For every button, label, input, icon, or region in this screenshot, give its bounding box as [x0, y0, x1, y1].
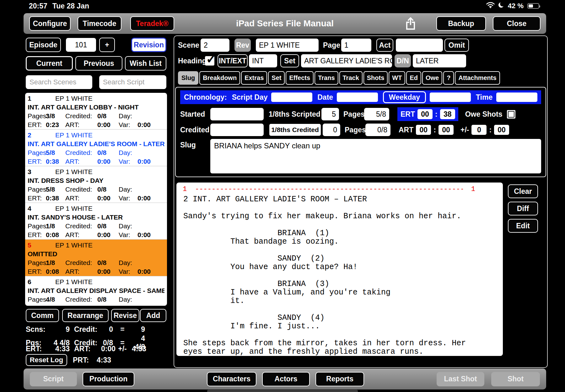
- edit-button[interactable]: Edit: [508, 219, 538, 233]
- rev-button[interactable]: Rev: [234, 39, 251, 52]
- owe-shots-label: Owe Shots: [465, 110, 503, 119]
- omit-button[interactable]: Omit: [444, 39, 469, 52]
- weekday-field[interactable]: [430, 93, 471, 102]
- slug-textarea[interactable]: BRIANA helps SANDY clean up: [210, 139, 541, 173]
- slug-row: Slug BRIANA helps SANDY clean up: [180, 139, 541, 174]
- weekday-button[interactable]: Weekday: [383, 91, 426, 103]
- reports-button[interactable]: Reports: [315, 372, 364, 386]
- configure-button[interactable]: Configure: [29, 16, 71, 31]
- revision-button[interactable]: Revision: [131, 38, 166, 52]
- tab-previous[interactable]: Previous: [75, 56, 122, 71]
- tab-current[interactable]: Current: [26, 56, 73, 71]
- share-export-icon[interactable]: [403, 16, 418, 31]
- int-ext-button[interactable]: INT/EXT: [218, 54, 248, 67]
- tab-trans[interactable]: Trans: [315, 71, 338, 85]
- page-field[interactable]: 1: [341, 39, 371, 52]
- clock-time: 20:57: [29, 2, 47, 10]
- right-panel: Scene 2 Rev EP 1 WHITE Page 1 Act Omit H…: [174, 35, 548, 368]
- home-indicator[interactable]: [207, 390, 358, 392]
- plus-minus-minutes-field[interactable]: 00: [494, 125, 509, 135]
- episode-number-field[interactable]: 101: [66, 38, 96, 52]
- scene-list-item[interactable]: 6EP 1 WHITEINT. ART GALLERY DISPLAY SPAC…: [25, 276, 167, 306]
- teradek-button[interactable]: Teradek®: [130, 16, 174, 31]
- day-night-field[interactable]: LATER: [413, 54, 466, 67]
- script-day-field[interactable]: [271, 93, 312, 102]
- credited-row: Credited 1/8ths Credited 0 Pages 0/8 ART…: [180, 123, 541, 136]
- pages-scripted-field[interactable]: 5/8: [364, 108, 389, 120]
- int-ext-field[interactable]: INT: [249, 54, 277, 67]
- tab-effects[interactable]: Effects: [286, 71, 314, 85]
- episode-field[interactable]: EP 1 WHITE: [256, 39, 319, 52]
- scene-list-item[interactable]: 4EP 1 WHITEINT. SANDY'S HOUSE - LATERPag…: [25, 203, 167, 240]
- art-minutes-field[interactable]: 00: [439, 125, 454, 135]
- battery-icon: [527, 3, 539, 9]
- diff-button[interactable]: Diff: [508, 202, 538, 215]
- episode-button[interactable]: Episode: [26, 38, 61, 52]
- ert-colon: :: [435, 110, 438, 119]
- prt-value: 4:33: [97, 356, 111, 364]
- totals: Scns:9Credit:0=9Pgs:4 4/8Credit:0/8=4 4/…: [26, 325, 145, 354]
- scene-heading: INT. ART GALLERY LOBBY - NIGHT: [28, 103, 164, 112]
- tab-slug[interactable]: Slug: [178, 71, 198, 85]
- revise-button[interactable]: Revise: [111, 309, 139, 322]
- art-hours-field[interactable]: 00: [416, 125, 431, 135]
- plus-minus-hours-field[interactable]: 0: [471, 125, 487, 135]
- clear-button[interactable]: Clear: [508, 184, 538, 198]
- bottom-toolbar: Script Production Characters Actors Repo…: [24, 368, 546, 389]
- tab-wish-list[interactable]: Wish List: [125, 56, 166, 71]
- backup-button[interactable]: Backup: [436, 16, 486, 31]
- tab-breakdown[interactable]: Breakdown: [199, 71, 240, 85]
- scene-list[interactable]: 1EP 1 WHITEINT. ART GALLERY LOBBY - NIGH…: [25, 93, 167, 306]
- timecode-button[interactable]: Timecode: [78, 16, 121, 31]
- actors-button[interactable]: Actors: [262, 372, 310, 386]
- tab-shots[interactable]: Shots: [363, 71, 388, 85]
- ert-hours-field[interactable]: 00: [417, 109, 433, 119]
- close-button[interactable]: Close: [493, 16, 541, 31]
- production-button[interactable]: Production: [83, 372, 134, 386]
- scene-list-item[interactable]: 5EP 1 WHITEOMITTEDPages:1/8Credited:0/8D…: [25, 240, 167, 276]
- search-script-input[interactable]: [99, 75, 166, 89]
- set-button[interactable]: Set: [280, 54, 299, 67]
- characters-button[interactable]: Characters: [207, 372, 256, 386]
- started-field[interactable]: [210, 108, 264, 120]
- started-label: Started: [180, 110, 210, 119]
- heading-checkbox[interactable]: [205, 56, 214, 66]
- pages-credited-field[interactable]: 0/8: [365, 124, 390, 136]
- scene-number: 3: [28, 168, 55, 176]
- credited-field[interactable]: [210, 124, 264, 136]
- tab-attachments[interactable]: Attachments: [455, 71, 500, 85]
- scene-stats-row: ERT:0:08ART:0:00Var:0:00: [28, 230, 164, 239]
- scene-stats-row: ERT:0:08ART:0:00Var:0:00: [28, 267, 164, 276]
- totals-row: ERT:4:33ART:0:00+/-4:33: [26, 344, 145, 354]
- scene-list-item[interactable]: 3EP 1 WHITEINT. DRESS SHOP - DAYPages:5/…: [25, 166, 167, 203]
- add-episode-button[interactable]: +: [99, 38, 115, 52]
- scene-number-field[interactable]: 2: [201, 39, 229, 52]
- script-page-marker: 1 --------------------------------------…: [176, 185, 503, 193]
- search-scenes-input[interactable]: [26, 75, 92, 89]
- date-field[interactable]: [337, 93, 378, 102]
- eighths-credited-button[interactable]: 1/8ths Credited: [269, 123, 321, 136]
- scene-list-item[interactable]: 1EP 1 WHITEINT. ART GALLERY LOBBY - NIGH…: [25, 93, 167, 130]
- scene-list-item[interactable]: 2EP 1 WHITEINT. ART GALLERY LADIE'S ROOM…: [25, 130, 167, 166]
- time-field[interactable]: [496, 93, 537, 102]
- tab-q11[interactable]: ?: [443, 71, 454, 85]
- ert-minutes-field[interactable]: 38: [440, 109, 455, 119]
- add-scene-button[interactable]: Add: [140, 309, 166, 322]
- script-view[interactable]: 1 --------------------------------------…: [176, 183, 503, 356]
- tab-extras[interactable]: Extras: [241, 71, 267, 85]
- tab-ed[interactable]: Ed: [406, 71, 421, 85]
- tab-owe[interactable]: Owe: [422, 71, 442, 85]
- tab-set[interactable]: Set: [268, 71, 285, 85]
- rearrange-button[interactable]: Rearrange: [62, 309, 109, 322]
- tab-track[interactable]: Track: [339, 71, 363, 85]
- day-night-button[interactable]: D/N: [395, 54, 411, 67]
- owe-shots-checkbox[interactable]: [507, 110, 515, 119]
- reset-log-button[interactable]: Reset Log: [26, 354, 67, 366]
- eighths-credited-field[interactable]: 0: [323, 124, 340, 136]
- act-field[interactable]: [396, 39, 443, 52]
- comm-button[interactable]: Comm: [26, 309, 59, 322]
- set-field[interactable]: ART GALLERY LADIE'S ROOM: [301, 54, 392, 67]
- tab-wt[interactable]: WT: [389, 71, 405, 85]
- eighths-scripted-field[interactable]: 5: [321, 108, 339, 120]
- act-button[interactable]: Act: [376, 39, 393, 52]
